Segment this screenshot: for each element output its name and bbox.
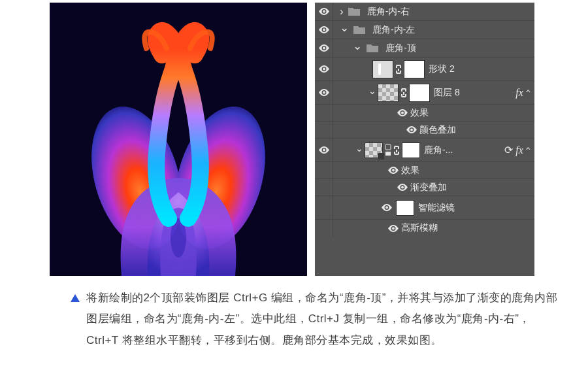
- layer-row-shape2[interactable]: 形状 2: [315, 58, 534, 81]
- smart-object-icon: ⟳: [504, 144, 513, 156]
- eye-icon[interactable]: [319, 44, 329, 52]
- layer-label: 鹿角-顶: [385, 42, 534, 54]
- layer-label: 鹿角-...: [424, 144, 504, 156]
- eye-icon[interactable]: [388, 167, 399, 174]
- caption-block: 将新绘制的2个顶部装饰图层 Ctrl+G 编组，命名为“鹿角-顶”，并将其与添加…: [0, 276, 588, 351]
- deer-illustration-image: [50, 3, 307, 276]
- folder-icon: [366, 43, 379, 53]
- fx-badge[interactable]: fx: [515, 87, 523, 99]
- eye-icon[interactable]: [382, 204, 392, 211]
- eye-icon[interactable]: [319, 26, 329, 33]
- svg-point-9: [401, 112, 404, 114]
- layer-label: 形状 2: [429, 63, 534, 75]
- svg-point-16: [385, 207, 388, 209]
- chevron-down-icon[interactable]: [353, 42, 362, 54]
- folder-icon: [353, 25, 366, 35]
- layer-label: 效果: [410, 107, 429, 119]
- svg-point-7: [323, 68, 325, 71]
- svg-rect-12: [385, 144, 391, 150]
- svg-point-5: [323, 29, 325, 31]
- layer-row-effects-2[interactable]: 效果: [315, 162, 534, 179]
- layer-row-layer8[interactable]: 图层 8 fx: [315, 81, 534, 105]
- svg-point-15: [401, 186, 404, 189]
- layer-row-group-right[interactable]: 鹿角-内-右: [315, 3, 534, 21]
- chevron-down-icon[interactable]: [355, 145, 363, 156]
- eye-icon[interactable]: [388, 225, 399, 232]
- fx-badge[interactable]: fx: [515, 144, 523, 156]
- link-icon: [393, 145, 400, 156]
- chevron-right-icon[interactable]: [340, 6, 344, 17]
- link-icon: [395, 64, 402, 75]
- layer-label: 鹿角-内-右: [367, 6, 534, 18]
- layers-panel: 鹿角-内-右 鹿角-内-左 鹿角-顶 形状 2: [315, 3, 534, 276]
- eye-icon[interactable]: [319, 89, 329, 96]
- smart-filter-icon: [385, 144, 391, 156]
- svg-point-10: [410, 129, 413, 131]
- layer-row-group-top[interactable]: 鹿角-顶: [315, 39, 534, 58]
- eye-icon[interactable]: [319, 8, 329, 15]
- eye-icon[interactable]: [397, 184, 408, 191]
- smart-filter-mask-thumbnail: [396, 200, 414, 216]
- eye-icon[interactable]: [406, 126, 417, 133]
- chevron-down-icon[interactable]: [368, 88, 376, 98]
- link-icon: [400, 88, 407, 98]
- layer-row-group-left[interactable]: 鹿角-内-左: [315, 21, 534, 39]
- layer-mask-thumbnail: [409, 84, 430, 102]
- triangle-marker-icon: [71, 294, 80, 302]
- layer-row-gradient-overlay[interactable]: 渐变叠加: [315, 179, 534, 196]
- layer-row-gaussian-blur[interactable]: 高斯模糊: [315, 220, 534, 237]
- layer-label: 渐变叠加: [410, 182, 447, 193]
- fx-collapse-icon[interactable]: [526, 144, 531, 156]
- layer-thumbnail: [372, 60, 393, 78]
- layer-label: 鹿角-内-左: [372, 24, 534, 36]
- layer-label: 高斯模糊: [401, 222, 438, 234]
- layer-mask-thumbnail: [402, 142, 420, 158]
- eye-icon[interactable]: [397, 109, 408, 116]
- layer-label: 图层 8: [434, 87, 515, 99]
- caption-text: 将新绘制的2个顶部装饰图层 Ctrl+G 编组，命名为“鹿角-顶”，并将其与添加…: [86, 292, 557, 346]
- layer-row-deer-horn-smart[interactable]: 鹿角-... ⟳ fx: [315, 139, 534, 162]
- layer-thumbnail: [378, 84, 399, 102]
- folder-icon: [348, 7, 361, 16]
- layer-row-effects[interactable]: 效果: [315, 105, 534, 122]
- svg-point-8: [323, 92, 325, 94]
- svg-point-6: [323, 47, 325, 50]
- layer-mask-thumbnail: [404, 60, 425, 78]
- chevron-down-icon[interactable]: [340, 24, 349, 35]
- smart-object-thumbnail: [365, 142, 383, 158]
- layer-row-color-overlay[interactable]: 颜色叠加: [315, 122, 534, 139]
- svg-point-4: [323, 10, 325, 13]
- svg-point-14: [392, 169, 395, 172]
- svg-point-17: [392, 227, 395, 229]
- fx-collapse-icon[interactable]: [526, 87, 531, 99]
- layer-row-smart-filters[interactable]: 智能滤镜: [315, 196, 534, 220]
- layer-label: 效果: [401, 165, 419, 176]
- svg-rect-13: [385, 152, 391, 156]
- layer-label: 智能滤镜: [418, 202, 534, 214]
- eye-icon[interactable]: [319, 65, 329, 73]
- eye-icon[interactable]: [319, 146, 329, 154]
- svg-point-11: [323, 149, 325, 152]
- layer-label: 颜色叠加: [419, 124, 456, 136]
